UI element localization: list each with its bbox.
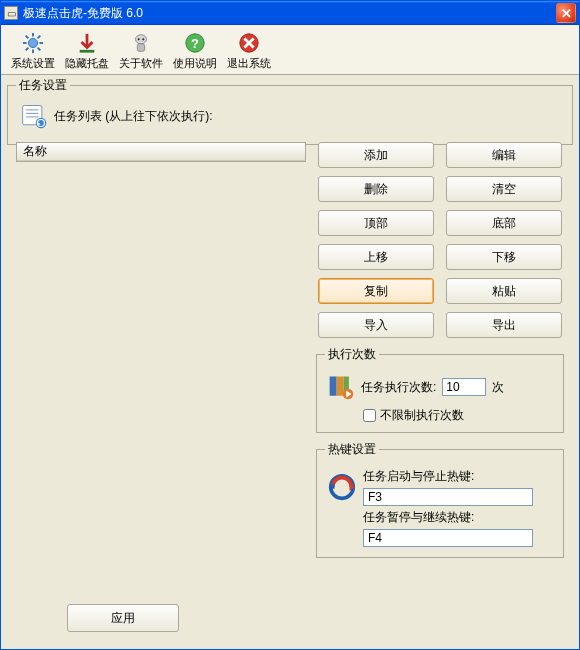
svg-rect-14 xyxy=(137,44,144,51)
copy-button[interactable]: 复制 xyxy=(318,278,434,304)
hotkey-pause-input[interactable] xyxy=(363,529,533,547)
toolbar-label: 关于软件 xyxy=(119,56,163,71)
paste-button[interactable]: 粘贴 xyxy=(446,278,562,304)
download-icon xyxy=(76,32,98,54)
toolbar-system-settings[interactable]: 系统设置 xyxy=(7,27,59,74)
toolbar-label: 隐藏托盘 xyxy=(65,56,109,71)
edit-button[interactable]: 编辑 xyxy=(446,142,562,168)
top-button[interactable]: 顶部 xyxy=(318,210,434,236)
client-area: 任务设置 任务列表 (从上往下依次执行): 名称 添加 编辑 xyxy=(7,77,573,643)
add-button[interactable]: 添加 xyxy=(318,142,434,168)
app-window: ▭ 极速点击虎-免费版 6.0 ✕ 系统设置 隐藏托盘 关于软件 ? xyxy=(0,0,580,650)
hotkey-startstop-label: 任务启动与停止热键: xyxy=(363,468,555,485)
exec-count-unit: 次 xyxy=(492,379,504,396)
toolbar-hide-tray[interactable]: 隐藏托盘 xyxy=(61,27,113,74)
tasklist-icon xyxy=(20,102,48,130)
apply-button[interactable]: 应用 xyxy=(67,604,179,632)
svg-point-13 xyxy=(142,38,144,40)
clear-button[interactable]: 清空 xyxy=(446,176,562,202)
toolbar-label: 退出系统 xyxy=(227,56,271,71)
movedown-button[interactable]: 下移 xyxy=(446,244,562,270)
toolbar-exit[interactable]: 退出系统 xyxy=(223,27,275,74)
hotkey-group: 热键设置 任务启动与停止热键: 任务暂停与继续热键: xyxy=(316,441,564,558)
robot-icon xyxy=(130,32,152,54)
moveup-button[interactable]: 上移 xyxy=(318,244,434,270)
help-icon: ? xyxy=(184,32,206,54)
svg-line-5 xyxy=(26,36,29,39)
toolbar-help[interactable]: ? 使用说明 xyxy=(169,27,221,74)
import-button[interactable]: 导入 xyxy=(318,312,434,338)
export-button[interactable]: 导出 xyxy=(446,312,562,338)
gear-icon xyxy=(22,32,44,54)
toolbar-label: 系统设置 xyxy=(11,56,55,71)
bottom-button[interactable]: 底部 xyxy=(446,210,562,236)
svg-point-11 xyxy=(136,35,147,44)
svg-point-0 xyxy=(28,38,37,47)
toolbar-label: 使用说明 xyxy=(173,56,217,71)
svg-point-12 xyxy=(138,38,140,40)
exec-count-legend: 执行次数 xyxy=(325,346,379,363)
svg-line-8 xyxy=(38,36,41,39)
window-title: 极速点击虎-免费版 6.0 xyxy=(23,5,556,22)
toolbar-about[interactable]: 关于软件 xyxy=(115,27,167,74)
titlebar: ▭ 极速点击虎-免费版 6.0 ✕ xyxy=(1,1,579,25)
exit-icon xyxy=(238,32,260,54)
task-buttons: 添加 编辑 删除 清空 顶部 底部 上移 下移 复制 粘贴 导入 导出 xyxy=(316,142,564,338)
task-list-column-header[interactable]: 名称 xyxy=(16,142,306,161)
task-list-header: 任务列表 (从上往下依次执行): xyxy=(20,102,564,130)
close-button[interactable]: ✕ xyxy=(556,3,576,23)
task-settings-legend: 任务设置 xyxy=(16,77,70,94)
unlimited-label[interactable]: 不限制执行次数 xyxy=(380,407,464,424)
task-settings-group: 任务设置 任务列表 (从上往下依次执行): 名称 添加 编辑 xyxy=(7,77,573,145)
exec-icon xyxy=(327,373,355,401)
svg-line-7 xyxy=(26,48,29,51)
hotkey-startstop-input[interactable] xyxy=(363,488,533,506)
svg-line-6 xyxy=(38,48,41,51)
hotkey-icon xyxy=(327,472,357,502)
hotkey-pause-label: 任务暂停与继续热键: xyxy=(363,509,555,526)
exec-count-group: 执行次数 任务执行次数: 次 不限制执行次数 xyxy=(316,346,564,433)
app-icon: ▭ xyxy=(4,6,18,20)
svg-rect-26 xyxy=(337,377,344,396)
footer: 应用 xyxy=(7,593,573,643)
svg-rect-25 xyxy=(330,377,337,396)
toolbar: 系统设置 隐藏托盘 关于软件 ? 使用说明 退出系统 xyxy=(1,25,579,75)
hotkey-legend: 热键设置 xyxy=(325,441,379,458)
task-list-caption: 任务列表 (从上往下依次执行): xyxy=(54,108,213,125)
exec-count-input[interactable] xyxy=(442,378,486,396)
unlimited-checkbox[interactable] xyxy=(363,409,376,422)
delete-button[interactable]: 删除 xyxy=(318,176,434,202)
task-listbox[interactable] xyxy=(16,161,306,162)
exec-count-label: 任务执行次数: xyxy=(361,379,436,396)
svg-text:?: ? xyxy=(191,36,199,51)
